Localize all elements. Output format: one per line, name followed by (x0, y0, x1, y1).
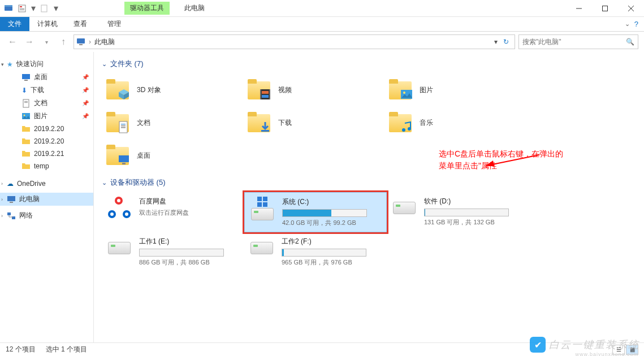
sidebar-item-pictures[interactable]: 图片 📌 (0, 110, 93, 123)
chevron-right-icon: › (1, 213, 3, 219)
sidebar-item-label: temp (34, 162, 49, 170)
sidebar-item-folder[interactable]: 2019.2.21 (0, 147, 93, 160)
desktop-icon (21, 73, 31, 82)
ribbon-expand-icon[interactable]: ⌄ (625, 20, 630, 28)
folder-label: 文档 (137, 118, 150, 128)
folders-grid: 3D 对象视频图片文档下载音乐桌面 (102, 73, 636, 172)
watermark-text: 白云一键重装系统 (549, 338, 639, 351)
folder-icon (104, 78, 131, 102)
tab-file[interactable]: 文件 (0, 17, 29, 31)
svg-rect-6 (41, 5, 47, 12)
drive-usage-bar (282, 249, 366, 257)
address-bar[interactable]: › 此电脑 ▾ ↻ (74, 34, 515, 49)
drive-item[interactable]: 百度网盘双击运行百度网盘 (102, 192, 244, 232)
sidebar-item-downloads[interactable]: ⬇ 下载 📌 (0, 84, 93, 97)
tab-computer[interactable]: 计算机 (29, 17, 66, 31)
sidebar-this-pc[interactable]: › 此电脑 (0, 193, 93, 206)
svg-rect-36 (121, 125, 126, 127)
svg-rect-11 (77, 38, 85, 44)
folder-label: 3D 对象 (137, 85, 161, 95)
minimize-button[interactable] (566, 0, 592, 17)
hdd-icon (393, 202, 416, 214)
status-selected-count: 选中 1 个项目 (46, 345, 87, 354)
folder-item[interactable]: 桌面 (102, 139, 243, 172)
sidebar-item-documents[interactable]: 文档 📌 (0, 97, 93, 110)
drive-usage-bar (424, 209, 509, 216)
folder-icon (245, 111, 273, 134)
svg-rect-30 (260, 89, 261, 99)
sidebar-quick-access[interactable]: ▾ ★ 快速访问 (0, 58, 93, 71)
chevron-down-icon: ▾ (1, 62, 4, 67)
svg-rect-3 (20, 6, 22, 7)
folder-item[interactable]: 3D 对象 (102, 73, 243, 106)
folder-item[interactable]: 文档 (102, 106, 243, 139)
svg-rect-5 (20, 10, 24, 10)
breadcrumb[interactable]: 此电脑 (94, 37, 115, 47)
recent-dropdown-icon[interactable]: ▾ (40, 35, 53, 49)
tab-manage[interactable]: 管理 (100, 17, 129, 31)
search-box[interactable]: 🔍 (518, 34, 638, 49)
folder-icon (21, 162, 31, 171)
svg-rect-22 (7, 212, 11, 215)
sidebar-item-label: 2019.2.20 (34, 137, 64, 145)
help-icon[interactable]: ? (634, 20, 638, 28)
refresh-icon[interactable]: ↻ (500, 38, 512, 46)
drive-item-system-c[interactable]: 系统 (C:)42.0 GB 可用，共 99.2 GB (244, 192, 387, 232)
section-folders[interactable]: ⌄ 文件夹 (7) (102, 57, 636, 73)
svg-rect-16 (24, 101, 28, 102)
window-controls (566, 0, 644, 17)
navigation-bar: ← → ▾ ↑ › 此电脑 ▾ ↻ 🔍 (0, 32, 644, 52)
svg-rect-13 (22, 74, 30, 79)
sidebar-network[interactable]: › 网络 (0, 209, 93, 222)
drive-item[interactable]: 软件 (D:)131 GB 可用，共 132 GB (387, 192, 529, 232)
chevron-down-icon: ⌄ (102, 60, 107, 68)
qat-properties-icon[interactable] (16, 2, 28, 15)
sidebar-onedrive[interactable]: › ☁ OneDrive (0, 178, 93, 189)
search-icon[interactable]: 🔍 (626, 38, 634, 46)
drive-item[interactable]: 工作2 (F:)965 GB 可用，共 976 GB (244, 232, 387, 271)
folder-icon (21, 149, 31, 158)
pin-icon: 📌 (82, 113, 89, 119)
app-icon (2, 2, 15, 15)
pin-icon: 📌 (82, 100, 89, 106)
section-title: 文件夹 (7) (110, 59, 144, 69)
svg-rect-43 (257, 197, 262, 201)
sidebar-item-label: 此电脑 (19, 194, 40, 204)
folder-item[interactable]: 图片 (384, 73, 526, 106)
back-button[interactable]: ← (6, 35, 19, 49)
sidebar-item-label: 网络 (19, 211, 33, 220)
search-input[interactable] (522, 38, 626, 46)
star-icon: ★ (7, 60, 13, 68)
svg-rect-28 (262, 91, 269, 94)
drive-item[interactable]: 工作1 (E:)886 GB 可用，共 886 GB (102, 232, 244, 271)
svg-rect-14 (24, 80, 28, 81)
maximize-button[interactable] (592, 0, 618, 17)
sidebar-item-label: 2019.2.21 (34, 150, 64, 158)
sidebar-item-folder[interactable]: 2019.2.20 (0, 135, 93, 147)
folder-item[interactable]: 视频 (243, 73, 384, 106)
svg-rect-4 (20, 8, 24, 9)
folder-label: 视频 (278, 85, 292, 95)
drive-subtext: 965 GB 可用，共 976 GB (282, 258, 382, 267)
drive-usage-bar (282, 209, 367, 217)
up-button[interactable]: ↑ (57, 35, 70, 49)
folder-item[interactable]: 音乐 (384, 106, 526, 139)
forward-button[interactable]: → (23, 35, 36, 49)
sidebar-item-desktop[interactable]: 桌面 📌 (0, 71, 93, 84)
close-button[interactable] (618, 0, 644, 17)
sidebar-item-label: 快速访问 (16, 59, 44, 69)
contextual-tab-header: 驱动器工具 (124, 2, 170, 15)
qat-dropdown-icon[interactable]: ▾ (29, 2, 37, 15)
qat-dropdown2-icon[interactable]: ▾ (52, 2, 60, 15)
network-icon (7, 211, 16, 220)
qat-new-icon[interactable] (38, 2, 51, 15)
svg-rect-29 (262, 95, 269, 98)
svg-rect-27 (260, 89, 270, 99)
folder-item[interactable]: 下载 (243, 106, 384, 139)
sidebar-item-folder[interactable]: 2019.2.20 (0, 123, 93, 135)
tab-view[interactable]: 查看 (66, 17, 95, 31)
address-dropdown-icon[interactable]: ▾ (494, 38, 498, 46)
sidebar-item-folder[interactable]: temp (0, 160, 93, 172)
svg-rect-8 (603, 6, 608, 11)
section-devices[interactable]: ⌄ 设备和驱动器 (5) (102, 175, 636, 192)
